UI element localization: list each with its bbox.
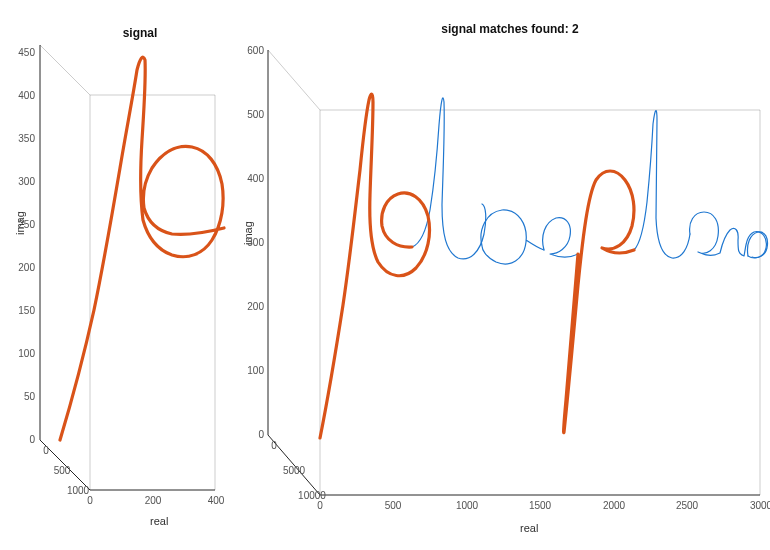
ytick: 600 [224, 45, 264, 56]
xtick: 3000 [741, 500, 770, 511]
right-plot-svg [0, 0, 770, 550]
ytick: 0 [224, 429, 264, 440]
dtick: 10000 [290, 490, 334, 501]
ytick: 300 [224, 237, 264, 248]
ytick: 200 [224, 301, 264, 312]
xtick: 0 [300, 500, 340, 511]
figure-canvas: signal imag real 0 50 100 150 200 250 30… [0, 0, 770, 550]
ytick: 100 [224, 365, 264, 376]
svg-line-11 [268, 50, 320, 110]
match-1-stroke [320, 94, 430, 438]
ytick: 500 [224, 109, 264, 120]
dtick: 0 [252, 440, 296, 451]
dtick: 5000 [272, 465, 316, 476]
right-plot-axes [268, 50, 760, 495]
xtick: 2500 [667, 500, 707, 511]
xtick: 1500 [520, 500, 560, 511]
cursive-word [320, 94, 768, 438]
ytick: 400 [224, 173, 264, 184]
xtick: 500 [373, 500, 413, 511]
xtick: 2000 [594, 500, 634, 511]
xtick: 1000 [447, 500, 487, 511]
match-2-stroke [564, 171, 634, 433]
